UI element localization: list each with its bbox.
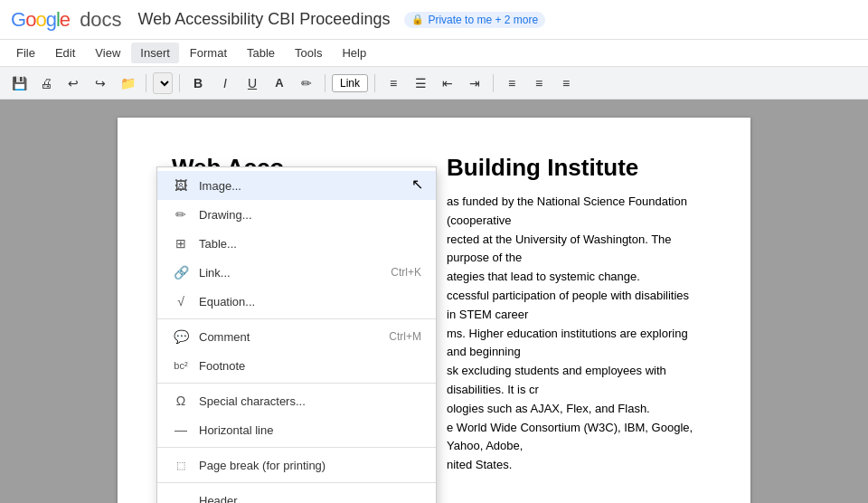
- separator-1: [146, 74, 146, 92]
- document-title[interactable]: Web Accessibility CBI Proceedings: [138, 10, 391, 29]
- privacy-text: Private to me + 2 more: [428, 14, 538, 26]
- menu-insert[interactable]: Insert: [131, 43, 179, 63]
- table-icon: ⊞: [172, 234, 190, 252]
- menu-table[interactable]: Table: [238, 43, 284, 63]
- insert-drawing-label: Drawing...: [199, 208, 421, 222]
- insert-table-item[interactable]: ⊞ Table...: [157, 229, 436, 258]
- footnote-icon: bc²: [172, 356, 190, 375]
- insert-page-break-item[interactable]: ⬚ Page break (for printing): [157, 451, 436, 479]
- divider-3: [157, 447, 436, 448]
- drawing-icon: ✏: [172, 205, 190, 223]
- privacy-indicator[interactable]: 🔒 Private to me + 2 more: [404, 12, 545, 28]
- increase-indent-button[interactable]: ⇥: [463, 71, 486, 95]
- insert-table-label: Table...: [199, 237, 421, 251]
- menu-edit[interactable]: Edit: [46, 43, 84, 63]
- separator-5: [493, 74, 494, 92]
- docs-logo-text: docs: [74, 8, 122, 32]
- link-button[interactable]: Link: [332, 74, 368, 92]
- font-color-button[interactable]: A: [268, 71, 291, 95]
- comment-icon: 💬: [172, 327, 190, 346]
- insert-comment-item[interactable]: 💬 Comment Ctrl+M: [157, 322, 436, 351]
- google-docs-logo: Google docs: [11, 8, 122, 32]
- comment-shortcut: Ctrl+M: [389, 330, 421, 343]
- italic-button[interactable]: I: [213, 71, 237, 95]
- insert-header-item[interactable]: Header: [157, 486, 436, 503]
- insert-header-label: Header: [199, 494, 421, 504]
- top-bar: Google docs Web Accessibility CBI Procee…: [0, 0, 868, 40]
- separator-3: [325, 74, 326, 92]
- insert-image-label: Image...: [199, 179, 421, 193]
- align-right-button[interactable]: ≡: [554, 71, 578, 95]
- insert-equation-item[interactable]: √ Equation...: [157, 287, 436, 316]
- link-icon: 🔗: [172, 263, 190, 281]
- link-shortcut: Ctrl+K: [391, 266, 421, 279]
- insert-footnote-label: Footnote: [199, 359, 421, 373]
- menu-view[interactable]: View: [86, 43, 129, 63]
- document-title-right: Building Institute: [447, 154, 696, 182]
- align-left-button[interactable]: ≡: [500, 71, 524, 95]
- redo-button[interactable]: ↪: [89, 71, 112, 95]
- insert-comment-label: Comment: [199, 330, 389, 344]
- folder-button[interactable]: 📁: [116, 71, 139, 95]
- para-r3: e World Wide Consortium (W3C), IBM, Goog…: [447, 419, 696, 475]
- toolbar: 💾 🖨 ↩ ↪ 📁 B I U A ✏ Link ≡ ☰ ⇤ ⇥ ≡ ≡ ≡: [0, 67, 868, 100]
- undo-button[interactable]: ↩: [61, 71, 85, 95]
- insert-horizontal-line-label: Horizontal line: [199, 423, 421, 437]
- menu-file[interactable]: File: [7, 43, 44, 63]
- horizontal-line-icon: —: [172, 421, 190, 439]
- decrease-indent-button[interactable]: ⇤: [436, 71, 459, 95]
- insert-special-chars-label: Special characters...: [199, 394, 421, 408]
- divider-4: [157, 482, 436, 483]
- divider-1: [157, 318, 436, 319]
- menu-help[interactable]: Help: [333, 43, 375, 63]
- numbered-list-button[interactable]: ≡: [382, 71, 405, 95]
- insert-drawing-item[interactable]: ✏ Drawing...: [157, 200, 436, 229]
- page-break-icon: ⬚: [172, 456, 190, 474]
- divider-2: [157, 383, 436, 384]
- equation-icon: √: [172, 292, 190, 310]
- special-chars-icon: Ω: [172, 392, 190, 410]
- menu-bar: File Edit View Insert Format Table Tools…: [0, 40, 868, 67]
- document-area: Web Acco November 29 – De Hotel Andra, S…: [0, 100, 868, 503]
- cursor-arrow: ↖: [411, 176, 423, 193]
- align-center-button[interactable]: ≡: [527, 71, 551, 95]
- print-button[interactable]: 🖨: [34, 71, 58, 95]
- insert-horizontal-line-item[interactable]: — Horizontal line: [157, 415, 436, 444]
- insert-footnote-item[interactable]: bc² Footnote: [157, 351, 436, 380]
- insert-equation-label: Equation...: [199, 295, 421, 308]
- lock-icon: 🔒: [411, 14, 424, 25]
- insert-image-item[interactable]: 🖼 Image... ↖: [157, 171, 436, 200]
- insert-special-chars-item[interactable]: Ω Special characters...: [157, 386, 436, 415]
- menu-tools[interactable]: Tools: [286, 43, 331, 63]
- highlight-button[interactable]: ✏: [295, 71, 318, 95]
- para-r1: as funded by the National Science Founda…: [447, 193, 696, 287]
- insert-page-break-label: Page break (for printing): [199, 459, 421, 472]
- separator-2: [179, 74, 180, 92]
- bold-button[interactable]: B: [186, 71, 210, 95]
- bullet-list-button[interactable]: ☰: [409, 71, 432, 95]
- insert-dropdown-menu: 🖼 Image... ↖ ✏ Drawing... ⊞ Table... 🔗 L…: [156, 166, 437, 503]
- menu-format[interactable]: Format: [181, 43, 236, 63]
- google-logo-text: Google: [11, 8, 70, 32]
- underline-button[interactable]: U: [241, 71, 264, 95]
- separator-4: [374, 74, 375, 92]
- header-icon: [172, 491, 190, 503]
- save-button[interactable]: 💾: [7, 71, 31, 95]
- font-family-select[interactable]: [153, 72, 173, 94]
- insert-link-label: Link...: [199, 266, 391, 280]
- document-body-right: as funded by the National Science Founda…: [447, 193, 696, 475]
- insert-link-item[interactable]: 🔗 Link... Ctrl+K: [157, 258, 436, 287]
- para-r2: ccessful participation of people with di…: [447, 287, 696, 419]
- image-icon: 🖼: [172, 176, 190, 195]
